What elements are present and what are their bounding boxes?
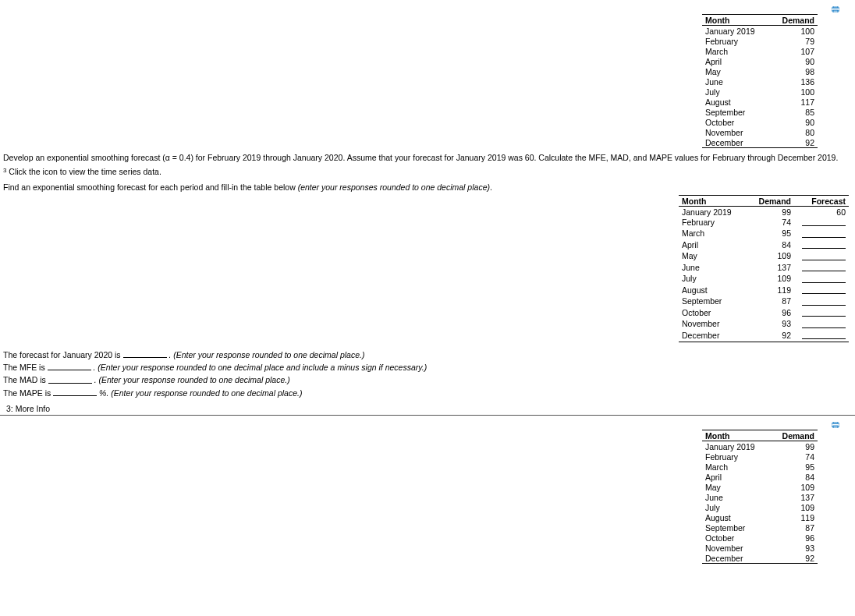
problem-statement: Develop an exponential smoothing forecas… [0, 148, 855, 164]
table-cell-month: August [679, 285, 746, 296]
table-cell-demand: 87 [746, 296, 794, 308]
table-cell-month: November [679, 319, 746, 331]
table-cell-month: October [702, 117, 769, 127]
table-cell-demand: 74 [769, 451, 818, 462]
table-cell-month: December [702, 553, 769, 564]
mfe-label: The MFE is [3, 363, 48, 372]
svg-rect-5 [833, 426, 838, 428]
table-cell-month: June [702, 76, 769, 87]
jan2020-hint: . (Enter your response rounded to one de… [169, 350, 364, 359]
table-cell-month: September [679, 296, 746, 308]
table-cell-month: May [679, 251, 746, 263]
table-cell-demand: 87 [769, 522, 818, 533]
forecast-input[interactable] [802, 218, 846, 227]
table-cell-month: July [702, 502, 769, 512]
svg-rect-2 [833, 10, 838, 12]
forecast-input[interactable] [802, 240, 846, 250]
table-cell-month: November [702, 127, 769, 137]
divider [0, 415, 855, 416]
forecast-input[interactable] [802, 251, 846, 260]
col-month: Month [702, 15, 769, 26]
table-cell-month: May [702, 482, 769, 492]
forecast-input[interactable] [802, 308, 846, 317]
forecast-input[interactable] [802, 228, 846, 238]
more-info-label: 3: More Info [0, 401, 855, 413]
mape-input[interactable] [53, 388, 97, 396]
table-cell-month: June [702, 492, 769, 502]
table-cell-month: February [702, 451, 769, 462]
table-cell-demand: 80 [769, 127, 818, 137]
table-cell-demand: 84 [769, 472, 818, 482]
fill-in-hint: (enter your responses rounded to one dec… [298, 182, 490, 192]
print-icon[interactable] [832, 422, 839, 428]
table-cell-month: August [702, 97, 769, 107]
forecast-table: Month Demand Forecast January 20199960Fe… [679, 195, 849, 342]
click-hint: Click the icon to view the time series d… [6, 167, 161, 176]
table-cell-demand: 93 [769, 543, 818, 553]
print-icon[interactable] [832, 6, 839, 12]
table-cell-demand: 137 [746, 262, 794, 274]
mad-hint: . (Enter your response rounded to one de… [94, 376, 290, 385]
col-demand: Demand [769, 430, 818, 441]
table-cell-demand: 74 [746, 217, 794, 228]
table-cell-month: January 2019 [702, 441, 769, 452]
table-cell-month: March [702, 46, 769, 56]
table-cell-month: January 2019 [679, 207, 746, 218]
table-cell-demand: 79 [769, 36, 818, 46]
table-cell-month: March [702, 462, 769, 472]
table-cell-month: March [679, 228, 746, 240]
top-demand-table: Month Demand January 2019100February79Ma… [702, 14, 818, 148]
table-cell-month: January 2019 [702, 26, 769, 37]
table-cell-demand: 92 [769, 553, 818, 564]
jan2020-input[interactable] [123, 350, 167, 358]
mfe-input[interactable] [48, 363, 91, 370]
table-cell-demand: 99 [746, 207, 794, 218]
forecast-input[interactable] [802, 296, 846, 306]
table-cell-month: September [702, 522, 769, 533]
table-cell-demand: 107 [769, 46, 818, 56]
col-demand: Demand [769, 15, 818, 26]
table-cell-month: December [702, 137, 769, 148]
table-cell-demand: 100 [769, 26, 818, 37]
table-cell-month: November [702, 543, 769, 553]
forecast-input[interactable] [802, 331, 846, 340]
table-cell-demand: 90 [769, 56, 818, 66]
mfe-hint: . (Enter your response rounded to one de… [94, 363, 428, 372]
forecast-input[interactable] [802, 285, 846, 295]
table-cell-month: October [679, 307, 746, 319]
table-cell-demand: 92 [769, 137, 818, 148]
col-month: Month [679, 196, 746, 207]
table-cell-demand: 119 [769, 512, 818, 522]
table-cell-demand: 117 [769, 97, 818, 107]
table-cell-month: July [702, 87, 769, 97]
table-cell-demand: 92 [746, 330, 794, 342]
table-cell-demand: 96 [746, 307, 794, 319]
table-cell-demand: 137 [769, 492, 818, 502]
table-cell-demand: 84 [746, 239, 794, 251]
table-cell-month: April [702, 56, 769, 66]
table-cell-demand: 85 [769, 107, 818, 117]
table-cell-demand: 119 [746, 285, 794, 296]
table-cell-forecast: 60 [794, 207, 849, 218]
forecast-input[interactable] [802, 263, 846, 272]
table-cell-demand: 100 [769, 87, 818, 97]
bottom-demand-table: Month Demand January 201999February74Mar… [702, 430, 818, 564]
mad-input[interactable] [48, 375, 92, 383]
mape-hint: %. (Enter your response rounded to one d… [99, 388, 302, 398]
table-cell-month: October [702, 533, 769, 543]
table-cell-demand: 95 [746, 228, 794, 240]
table-cell-demand: 109 [746, 251, 794, 263]
table-cell-month: September [702, 107, 769, 117]
table-cell-demand: 93 [746, 319, 794, 331]
fill-in-label: Find an exponential smoothing forecast f… [3, 182, 298, 192]
table-cell-demand: 96 [769, 533, 818, 543]
forecast-input[interactable] [802, 274, 846, 283]
mape-label: The MAPE is [3, 388, 53, 398]
table-cell-month: April [679, 239, 746, 251]
table-cell-demand: 98 [769, 66, 818, 76]
table-cell-month: August [702, 512, 769, 522]
forecast-input[interactable] [802, 319, 846, 328]
table-cell-demand: 99 [769, 441, 818, 452]
col-forecast: Forecast [794, 196, 849, 207]
table-cell-demand: 109 [769, 482, 818, 492]
